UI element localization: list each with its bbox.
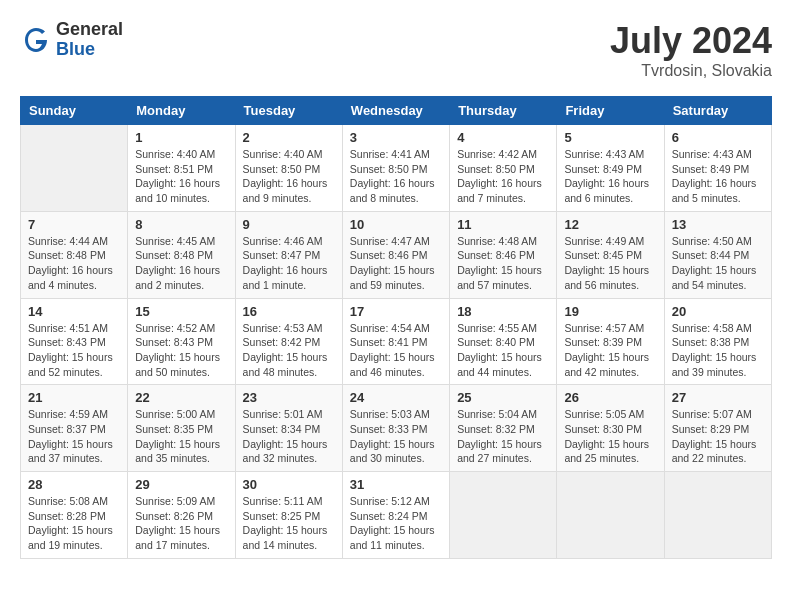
day-info: Sunrise: 5:09 AM Sunset: 8:26 PM Dayligh… — [135, 494, 227, 553]
day-number: 9 — [243, 217, 335, 232]
calendar-cell: 27Sunrise: 5:07 AM Sunset: 8:29 PM Dayli… — [664, 385, 771, 472]
calendar-cell — [557, 472, 664, 559]
day-info: Sunrise: 4:41 AM Sunset: 8:50 PM Dayligh… — [350, 147, 442, 206]
calendar-week-1: 1Sunrise: 4:40 AM Sunset: 8:51 PM Daylig… — [21, 125, 772, 212]
calendar-cell: 3Sunrise: 4:41 AM Sunset: 8:50 PM Daylig… — [342, 125, 449, 212]
day-info: Sunrise: 5:11 AM Sunset: 8:25 PM Dayligh… — [243, 494, 335, 553]
day-number: 13 — [672, 217, 764, 232]
day-info: Sunrise: 5:04 AM Sunset: 8:32 PM Dayligh… — [457, 407, 549, 466]
calendar-cell: 30Sunrise: 5:11 AM Sunset: 8:25 PM Dayli… — [235, 472, 342, 559]
calendar-cell: 4Sunrise: 4:42 AM Sunset: 8:50 PM Daylig… — [450, 125, 557, 212]
day-info: Sunrise: 4:43 AM Sunset: 8:49 PM Dayligh… — [672, 147, 764, 206]
calendar-cell — [664, 472, 771, 559]
calendar-cell: 14Sunrise: 4:51 AM Sunset: 8:43 PM Dayli… — [21, 298, 128, 385]
calendar-cell: 2Sunrise: 4:40 AM Sunset: 8:50 PM Daylig… — [235, 125, 342, 212]
calendar-cell: 12Sunrise: 4:49 AM Sunset: 8:45 PM Dayli… — [557, 211, 664, 298]
month-title: July 2024 — [610, 20, 772, 62]
calendar-body: 1Sunrise: 4:40 AM Sunset: 8:51 PM Daylig… — [21, 125, 772, 559]
calendar-week-2: 7Sunrise: 4:44 AM Sunset: 8:48 PM Daylig… — [21, 211, 772, 298]
day-info: Sunrise: 4:40 AM Sunset: 8:50 PM Dayligh… — [243, 147, 335, 206]
calendar-cell: 19Sunrise: 4:57 AM Sunset: 8:39 PM Dayli… — [557, 298, 664, 385]
header-cell-wednesday: Wednesday — [342, 97, 449, 125]
calendar-table: SundayMondayTuesdayWednesdayThursdayFrid… — [20, 96, 772, 559]
day-info: Sunrise: 4:45 AM Sunset: 8:48 PM Dayligh… — [135, 234, 227, 293]
header-cell-monday: Monday — [128, 97, 235, 125]
header-cell-thursday: Thursday — [450, 97, 557, 125]
logo-blue: Blue — [56, 40, 123, 60]
day-info: Sunrise: 4:43 AM Sunset: 8:49 PM Dayligh… — [564, 147, 656, 206]
day-info: Sunrise: 4:47 AM Sunset: 8:46 PM Dayligh… — [350, 234, 442, 293]
calendar-cell: 17Sunrise: 4:54 AM Sunset: 8:41 PM Dayli… — [342, 298, 449, 385]
day-info: Sunrise: 4:46 AM Sunset: 8:47 PM Dayligh… — [243, 234, 335, 293]
day-number: 26 — [564, 390, 656, 405]
calendar-cell: 8Sunrise: 4:45 AM Sunset: 8:48 PM Daylig… — [128, 211, 235, 298]
day-number: 7 — [28, 217, 120, 232]
calendar-cell: 18Sunrise: 4:55 AM Sunset: 8:40 PM Dayli… — [450, 298, 557, 385]
header-cell-saturday: Saturday — [664, 97, 771, 125]
day-number: 22 — [135, 390, 227, 405]
day-number: 6 — [672, 130, 764, 145]
logo-general: General — [56, 20, 123, 40]
calendar-header: SundayMondayTuesdayWednesdayThursdayFrid… — [21, 97, 772, 125]
day-info: Sunrise: 4:48 AM Sunset: 8:46 PM Dayligh… — [457, 234, 549, 293]
day-number: 21 — [28, 390, 120, 405]
day-info: Sunrise: 4:55 AM Sunset: 8:40 PM Dayligh… — [457, 321, 549, 380]
day-number: 20 — [672, 304, 764, 319]
title-section: July 2024 Tvrdosin, Slovakia — [610, 20, 772, 80]
day-number: 10 — [350, 217, 442, 232]
day-number: 27 — [672, 390, 764, 405]
day-number: 12 — [564, 217, 656, 232]
calendar-cell: 24Sunrise: 5:03 AM Sunset: 8:33 PM Dayli… — [342, 385, 449, 472]
logo: General Blue — [20, 20, 123, 60]
day-info: Sunrise: 5:00 AM Sunset: 8:35 PM Dayligh… — [135, 407, 227, 466]
day-info: Sunrise: 5:12 AM Sunset: 8:24 PM Dayligh… — [350, 494, 442, 553]
calendar-cell: 23Sunrise: 5:01 AM Sunset: 8:34 PM Dayli… — [235, 385, 342, 472]
day-info: Sunrise: 4:49 AM Sunset: 8:45 PM Dayligh… — [564, 234, 656, 293]
calendar-cell: 6Sunrise: 4:43 AM Sunset: 8:49 PM Daylig… — [664, 125, 771, 212]
calendar-cell: 20Sunrise: 4:58 AM Sunset: 8:38 PM Dayli… — [664, 298, 771, 385]
day-info: Sunrise: 4:53 AM Sunset: 8:42 PM Dayligh… — [243, 321, 335, 380]
day-info: Sunrise: 4:42 AM Sunset: 8:50 PM Dayligh… — [457, 147, 549, 206]
day-info: Sunrise: 5:05 AM Sunset: 8:30 PM Dayligh… — [564, 407, 656, 466]
calendar-cell: 5Sunrise: 4:43 AM Sunset: 8:49 PM Daylig… — [557, 125, 664, 212]
calendar-cell: 16Sunrise: 4:53 AM Sunset: 8:42 PM Dayli… — [235, 298, 342, 385]
calendar-cell: 11Sunrise: 4:48 AM Sunset: 8:46 PM Dayli… — [450, 211, 557, 298]
header-row: SundayMondayTuesdayWednesdayThursdayFrid… — [21, 97, 772, 125]
day-info: Sunrise: 5:08 AM Sunset: 8:28 PM Dayligh… — [28, 494, 120, 553]
day-info: Sunrise: 4:50 AM Sunset: 8:44 PM Dayligh… — [672, 234, 764, 293]
day-info: Sunrise: 4:58 AM Sunset: 8:38 PM Dayligh… — [672, 321, 764, 380]
day-info: Sunrise: 4:44 AM Sunset: 8:48 PM Dayligh… — [28, 234, 120, 293]
day-number: 23 — [243, 390, 335, 405]
calendar-week-5: 28Sunrise: 5:08 AM Sunset: 8:28 PM Dayli… — [21, 472, 772, 559]
logo-icon — [20, 24, 52, 56]
calendar-cell: 7Sunrise: 4:44 AM Sunset: 8:48 PM Daylig… — [21, 211, 128, 298]
calendar-week-3: 14Sunrise: 4:51 AM Sunset: 8:43 PM Dayli… — [21, 298, 772, 385]
day-number: 28 — [28, 477, 120, 492]
calendar-week-4: 21Sunrise: 4:59 AM Sunset: 8:37 PM Dayli… — [21, 385, 772, 472]
calendar-cell: 10Sunrise: 4:47 AM Sunset: 8:46 PM Dayli… — [342, 211, 449, 298]
calendar-cell: 25Sunrise: 5:04 AM Sunset: 8:32 PM Dayli… — [450, 385, 557, 472]
day-number: 29 — [135, 477, 227, 492]
day-number: 16 — [243, 304, 335, 319]
day-info: Sunrise: 4:54 AM Sunset: 8:41 PM Dayligh… — [350, 321, 442, 380]
location: Tvrdosin, Slovakia — [610, 62, 772, 80]
day-number: 31 — [350, 477, 442, 492]
calendar-cell: 15Sunrise: 4:52 AM Sunset: 8:43 PM Dayli… — [128, 298, 235, 385]
day-number: 3 — [350, 130, 442, 145]
calendar-cell: 26Sunrise: 5:05 AM Sunset: 8:30 PM Dayli… — [557, 385, 664, 472]
calendar-cell: 1Sunrise: 4:40 AM Sunset: 8:51 PM Daylig… — [128, 125, 235, 212]
calendar-cell: 22Sunrise: 5:00 AM Sunset: 8:35 PM Dayli… — [128, 385, 235, 472]
day-number: 24 — [350, 390, 442, 405]
day-info: Sunrise: 5:07 AM Sunset: 8:29 PM Dayligh… — [672, 407, 764, 466]
day-number: 17 — [350, 304, 442, 319]
day-number: 11 — [457, 217, 549, 232]
day-info: Sunrise: 4:59 AM Sunset: 8:37 PM Dayligh… — [28, 407, 120, 466]
page-header: General Blue July 2024 Tvrdosin, Slovaki… — [20, 20, 772, 80]
header-cell-sunday: Sunday — [21, 97, 128, 125]
day-number: 2 — [243, 130, 335, 145]
day-number: 15 — [135, 304, 227, 319]
calendar-cell — [21, 125, 128, 212]
day-number: 4 — [457, 130, 549, 145]
day-info: Sunrise: 5:01 AM Sunset: 8:34 PM Dayligh… — [243, 407, 335, 466]
calendar-cell: 13Sunrise: 4:50 AM Sunset: 8:44 PM Dayli… — [664, 211, 771, 298]
